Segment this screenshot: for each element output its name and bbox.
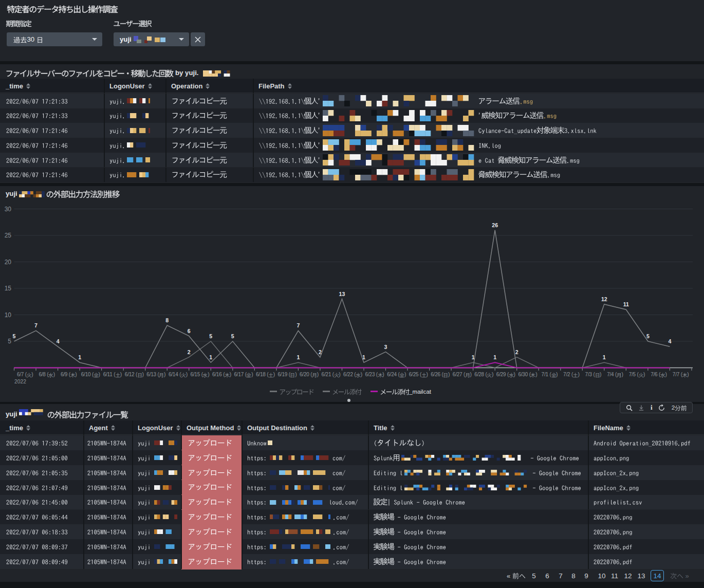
- svg-text:26: 26: [492, 222, 498, 228]
- svg-text:5: 5: [8, 338, 11, 345]
- svg-text:1: 1: [209, 354, 212, 360]
- svg-text:30: 30: [5, 206, 12, 213]
- svg-text:1: 1: [297, 354, 300, 360]
- svg-text:15: 15: [5, 285, 12, 292]
- svg-text:7: 7: [297, 322, 300, 328]
- svg-text:8: 8: [165, 317, 169, 323]
- svg-text:1: 1: [472, 354, 475, 360]
- svg-text:5: 5: [13, 333, 16, 339]
- svg-text:13: 13: [339, 291, 345, 297]
- svg-text:5: 5: [646, 333, 650, 339]
- svg-text:4: 4: [57, 338, 60, 344]
- svg-text:1: 1: [493, 354, 496, 360]
- svg-text:12: 12: [601, 296, 607, 302]
- svg-text:2: 2: [319, 349, 322, 355]
- svg-text:4: 4: [668, 338, 671, 344]
- svg-text:10: 10: [5, 311, 12, 319]
- svg-text:6: 6: [188, 328, 191, 334]
- svg-text:1: 1: [362, 354, 365, 360]
- svg-text:5: 5: [209, 333, 212, 339]
- svg-text:1: 1: [78, 354, 81, 360]
- svg-text:11: 11: [623, 301, 629, 307]
- svg-text:5: 5: [231, 333, 234, 339]
- svg-text:2: 2: [188, 349, 191, 355]
- svg-text:20: 20: [5, 259, 12, 266]
- svg-text:3: 3: [384, 344, 387, 350]
- svg-text:2: 2: [515, 349, 518, 355]
- svg-text:7: 7: [34, 322, 38, 328]
- svg-text:1: 1: [603, 354, 606, 360]
- svg-text:25: 25: [5, 232, 12, 239]
